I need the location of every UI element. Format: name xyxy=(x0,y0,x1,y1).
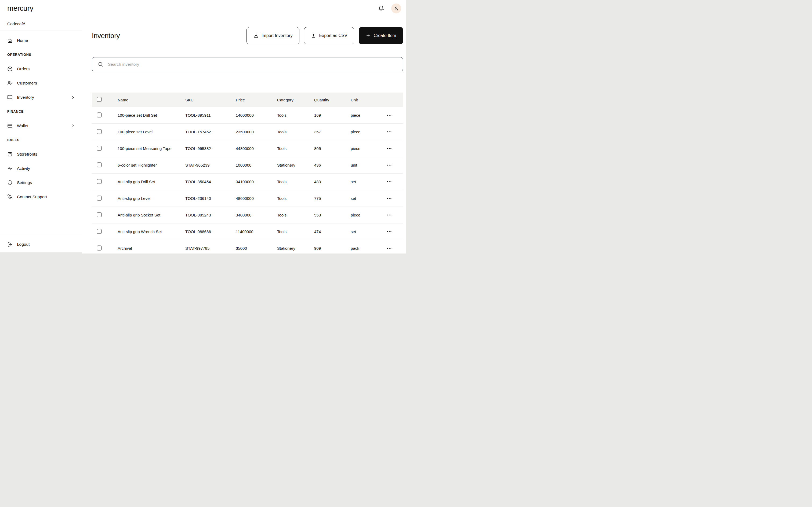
export-csv-button[interactable]: Export as CSV xyxy=(304,27,354,44)
sidebar-section-finance: FINANCE xyxy=(0,104,82,119)
cell-unit: set xyxy=(351,196,385,201)
activity-icon xyxy=(7,166,13,171)
row-menu-button[interactable] xyxy=(385,228,393,235)
row-checkbox[interactable] xyxy=(97,245,102,250)
row-checkbox[interactable] xyxy=(97,212,102,217)
cell-sku: TOOL-088686 xyxy=(185,229,236,234)
create-item-button[interactable]: Create Item xyxy=(359,27,403,44)
sidebar-item-settings[interactable]: Settings xyxy=(0,175,82,190)
cell-price: 11400000 xyxy=(236,229,277,234)
cell-name: Anti-slip grip Wrench Set xyxy=(118,229,185,234)
sidebar-item-logout[interactable]: Logout xyxy=(0,236,82,253)
row-menu-button[interactable] xyxy=(385,145,393,152)
sidebar-item-inventory[interactable]: Inventory xyxy=(0,90,82,104)
column-header-price: Price xyxy=(236,98,277,102)
page-actions: Import Inventory Export as CSV Create It… xyxy=(247,27,403,44)
button-label: Create Item xyxy=(373,33,396,38)
cell-quantity: 805 xyxy=(314,146,351,151)
sidebar-bottom-strip xyxy=(0,253,82,253)
row-checkbox[interactable] xyxy=(97,229,102,234)
sidebar-item-wallet[interactable]: Wallet xyxy=(0,119,82,133)
table-row: Archival STAT-997785 35000 Stationery 90… xyxy=(92,240,403,253)
topbar: mercury xyxy=(0,0,406,17)
row-menu-button[interactable] xyxy=(385,178,393,186)
cell-category: Tools xyxy=(277,179,314,184)
cell-unit: piece xyxy=(351,213,385,217)
ellipsis-icon xyxy=(387,112,392,118)
cell-unit: set xyxy=(351,229,385,234)
sidebar-item-label: Settings xyxy=(17,180,32,185)
ellipsis-icon xyxy=(387,212,392,218)
cell-quantity: 357 xyxy=(314,129,351,134)
logout-icon xyxy=(7,242,13,247)
sidebar-item-activity[interactable]: Activity xyxy=(0,161,82,175)
search-input[interactable] xyxy=(107,62,397,67)
cell-name: Anti-slip grip Socket Set xyxy=(118,213,185,217)
sidebar-item-label: Storefronts xyxy=(17,152,37,157)
row-menu-button[interactable] xyxy=(385,111,393,119)
cell-unit: unit xyxy=(351,163,385,167)
row-select-cell xyxy=(97,162,118,168)
row-menu-button[interactable] xyxy=(385,161,393,169)
main-content: Inventory Import Inventory Export as CSV xyxy=(82,17,406,253)
ellipsis-icon xyxy=(387,245,392,251)
cell-sku: TOOL-895911 xyxy=(185,113,236,117)
row-select-cell xyxy=(97,146,118,152)
cell-category: Tools xyxy=(277,213,314,217)
row-menu-button[interactable] xyxy=(385,211,393,219)
row-checkbox[interactable] xyxy=(97,179,102,184)
row-checkbox[interactable] xyxy=(97,129,102,134)
cell-unit: piece xyxy=(351,113,385,117)
home-icon xyxy=(7,38,13,43)
cell-price: 3400000 xyxy=(236,213,277,217)
row-actions-cell xyxy=(385,178,403,186)
cell-price: 23500000 xyxy=(236,129,277,134)
cell-unit: pack xyxy=(351,246,385,250)
row-actions-cell xyxy=(385,145,403,152)
row-select-cell xyxy=(97,112,118,118)
sidebar-item-label: Orders xyxy=(17,66,30,71)
table-header-row: Name SKU Price Category Quantity Unit xyxy=(92,93,403,107)
row-checkbox[interactable] xyxy=(97,195,102,201)
cell-sku: TOOL-157452 xyxy=(185,129,236,134)
cell-quantity: 169 xyxy=(314,113,351,117)
inventory-table: Name SKU Price Category Quantity Unit 10… xyxy=(92,93,403,253)
cell-quantity: 474 xyxy=(314,229,351,234)
row-checkbox[interactable] xyxy=(97,146,102,151)
sidebar-item-home[interactable]: Home xyxy=(0,33,82,48)
avatar[interactable] xyxy=(391,3,401,13)
cell-price: 48600000 xyxy=(236,196,277,201)
row-menu-button[interactable] xyxy=(385,244,393,252)
book-open-icon xyxy=(7,95,13,100)
cell-price: 35000 xyxy=(236,246,277,250)
credit-card-icon xyxy=(7,123,13,128)
row-checkbox[interactable] xyxy=(97,162,102,167)
table-row: 100-piece set Drill Set TOOL-895911 1400… xyxy=(92,107,403,124)
sidebar-item-contact-support[interactable]: Contact Support xyxy=(0,190,82,204)
sidebar-item-label: Wallet xyxy=(17,123,29,128)
ellipsis-icon xyxy=(387,179,392,184)
row-select-cell xyxy=(97,229,118,235)
cell-price: 14000000 xyxy=(236,113,277,117)
sidebar-item-customers[interactable]: Customers xyxy=(0,76,82,90)
notifications-button[interactable] xyxy=(378,5,384,11)
table-row: Anti-slip grip Drill Set TOOL-350454 341… xyxy=(92,174,403,190)
row-select-cell xyxy=(97,195,118,202)
cell-quantity: 436 xyxy=(314,163,351,167)
cell-category: Tools xyxy=(277,113,314,117)
bell-icon xyxy=(378,5,384,11)
row-actions-cell xyxy=(385,244,403,252)
select-all-checkbox[interactable] xyxy=(97,97,102,102)
row-checkbox[interactable] xyxy=(97,112,102,117)
row-menu-button[interactable] xyxy=(385,128,393,136)
row-menu-button[interactable] xyxy=(385,194,393,202)
sidebar-item-orders[interactable]: Orders xyxy=(0,62,82,76)
row-actions-cell xyxy=(385,128,403,136)
import-inventory-button[interactable]: Import Inventory xyxy=(247,27,300,44)
cell-sku: TOOL-995382 xyxy=(185,146,236,151)
table-row: Anti-slip grip Socket Set TOOL-085243 34… xyxy=(92,207,403,223)
ellipsis-icon xyxy=(387,129,392,135)
search-box xyxy=(92,57,403,71)
sidebar-item-storefronts[interactable]: Storefronts xyxy=(0,147,82,161)
table-row: Anti-slip grip Level TOOL-236140 4860000… xyxy=(92,190,403,207)
